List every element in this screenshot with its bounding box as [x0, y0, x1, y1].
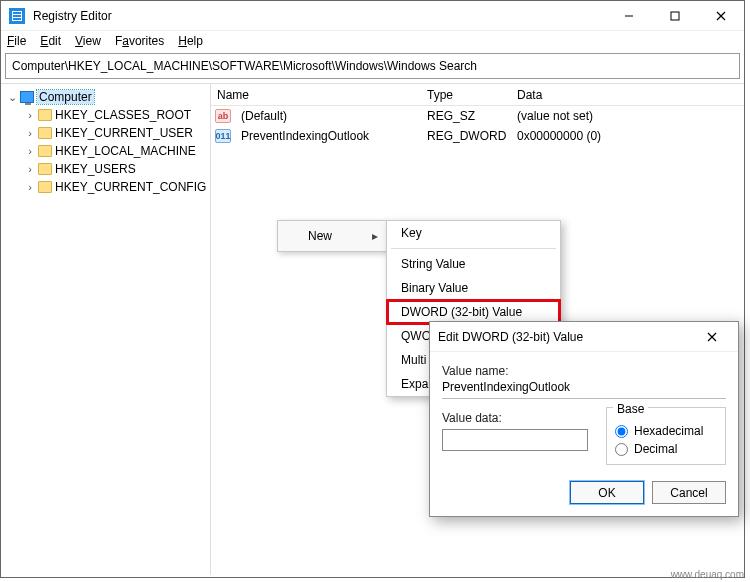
tree-root-computer[interactable]: ⌄ Computer: [3, 88, 208, 106]
valuedata-label: Value data:: [442, 411, 588, 425]
tree-item-hkcu[interactable]: › HKEY_CURRENT_USER: [3, 124, 208, 142]
chevron-right-icon[interactable]: ›: [25, 181, 35, 193]
watermark: www.deuaq.com: [671, 569, 744, 580]
ok-button[interactable]: OK: [570, 481, 644, 504]
tree-item-label: HKEY_USERS: [55, 162, 136, 176]
dialog-close-button[interactable]: [694, 325, 730, 349]
tree-item-hkcr[interactable]: › HKEY_CLASSES_ROOT: [3, 106, 208, 124]
tree-item-hku[interactable]: › HKEY_USERS: [3, 160, 208, 178]
tree-panel: ⌄ Computer › HKEY_CLASSES_ROOT › HKEY_CU…: [1, 84, 211, 575]
col-header-type[interactable]: Type: [421, 88, 511, 102]
tree-root-label: Computer: [37, 90, 94, 104]
dialog-title: Edit DWORD (32-bit) Value: [438, 330, 583, 344]
address-bar[interactable]: Computer\HKEY_LOCAL_MACHINE\SOFTWARE\Mic…: [5, 53, 740, 79]
edit-dword-dialog: Edit DWORD (32-bit) Value Value name: Pr…: [429, 321, 739, 517]
regedit-window: Registry Editor FFileile Edit View Favor…: [0, 0, 745, 578]
table-row[interactable]: 011 PreventIndexingOutlook REG_DWORD 0x0…: [211, 126, 744, 146]
folder-icon: [38, 163, 52, 175]
cell-name: PreventIndexingOutlook: [235, 129, 421, 143]
dialog-titlebar: Edit DWORD (32-bit) Value: [430, 322, 738, 352]
folder-icon: [38, 127, 52, 139]
folder-icon: [38, 109, 52, 121]
window-controls: [606, 1, 744, 31]
base-group: Base Hexadecimal Decimal: [606, 407, 726, 465]
address-text: Computer\HKEY_LOCAL_MACHINE\SOFTWARE\Mic…: [12, 59, 477, 73]
minimize-icon: [624, 11, 634, 21]
svg-rect-2: [13, 15, 21, 17]
maximize-icon: [670, 11, 680, 21]
close-icon: [716, 11, 726, 21]
menu-edit[interactable]: Edit: [40, 34, 61, 48]
svg-rect-1: [13, 12, 21, 14]
svg-rect-3: [13, 18, 21, 20]
window-title: Registry Editor: [33, 9, 112, 23]
context-menu-new-label: New: [308, 229, 332, 243]
context-menu-new[interactable]: New ▸: [277, 220, 387, 252]
chevron-right-icon: ▸: [372, 229, 378, 243]
menu-help[interactable]: Help: [178, 34, 203, 48]
string-value-icon: ab: [215, 109, 231, 123]
chevron-right-icon[interactable]: ›: [25, 163, 35, 175]
minimize-button[interactable]: [606, 1, 652, 31]
cell-type: REG_SZ: [421, 109, 511, 123]
radio-hex[interactable]: [615, 425, 628, 438]
radio-hex-label: Hexadecimal: [634, 424, 703, 438]
computer-icon: [20, 91, 34, 103]
close-button[interactable]: [698, 1, 744, 31]
valuedata-input[interactable]: [442, 429, 588, 451]
svg-rect-5: [671, 12, 679, 20]
cell-type: REG_DWORD: [421, 129, 511, 143]
cell-data: (value not set): [511, 109, 744, 123]
menu-view[interactable]: View: [75, 34, 101, 48]
tree-item-label: HKEY_CLASSES_ROOT: [55, 108, 191, 122]
valuename-label: Value name:: [442, 364, 726, 378]
submenu-item-binary[interactable]: Binary Value: [387, 276, 560, 300]
dialog-body: Value name: PreventIndexingOutlook Value…: [430, 352, 738, 471]
regedit-app-icon: [9, 8, 25, 24]
menu-favorites[interactable]: Favorites: [115, 34, 164, 48]
folder-icon: [38, 181, 52, 193]
submenu-item-key[interactable]: Key: [387, 221, 560, 245]
cancel-button[interactable]: Cancel: [652, 481, 726, 504]
close-icon: [707, 332, 717, 342]
radio-dec[interactable]: [615, 443, 628, 456]
cell-data: 0x00000000 (0): [511, 129, 744, 143]
tree-item-label: HKEY_CURRENT_USER: [55, 126, 193, 140]
menu-separator: [391, 248, 556, 249]
tree-item-label: HKEY_LOCAL_MACHINE: [55, 144, 196, 158]
submenu-item-string[interactable]: String Value: [387, 252, 560, 276]
tree-item-hkcc[interactable]: › HKEY_CURRENT_CONFIG: [3, 178, 208, 196]
menu-file[interactable]: FFileile: [7, 34, 26, 48]
radio-dec-label: Decimal: [634, 442, 677, 456]
valuename-field: PreventIndexingOutlook: [442, 378, 726, 399]
dialog-buttons: OK Cancel: [430, 471, 738, 516]
chevron-right-icon[interactable]: ›: [25, 109, 35, 121]
folder-icon: [38, 145, 52, 157]
titlebar: Registry Editor: [1, 1, 744, 31]
table-row[interactable]: ab (Default) REG_SZ (value not set): [211, 106, 744, 126]
cell-name: (Default): [235, 109, 421, 123]
base-label: Base: [613, 402, 648, 416]
chevron-right-icon[interactable]: ›: [25, 145, 35, 157]
menubar: FFileile Edit View Favorites Help: [1, 31, 744, 51]
list-header: Name Type Data: [211, 84, 744, 106]
col-header-name[interactable]: Name: [211, 88, 421, 102]
chevron-down-icon[interactable]: ⌄: [7, 91, 17, 104]
col-header-data[interactable]: Data: [511, 88, 744, 102]
dword-value-icon: 011: [215, 129, 231, 143]
tree-item-label: HKEY_CURRENT_CONFIG: [55, 180, 206, 194]
tree-item-hklm[interactable]: › HKEY_LOCAL_MACHINE: [3, 142, 208, 160]
chevron-right-icon[interactable]: ›: [25, 127, 35, 139]
maximize-button[interactable]: [652, 1, 698, 31]
